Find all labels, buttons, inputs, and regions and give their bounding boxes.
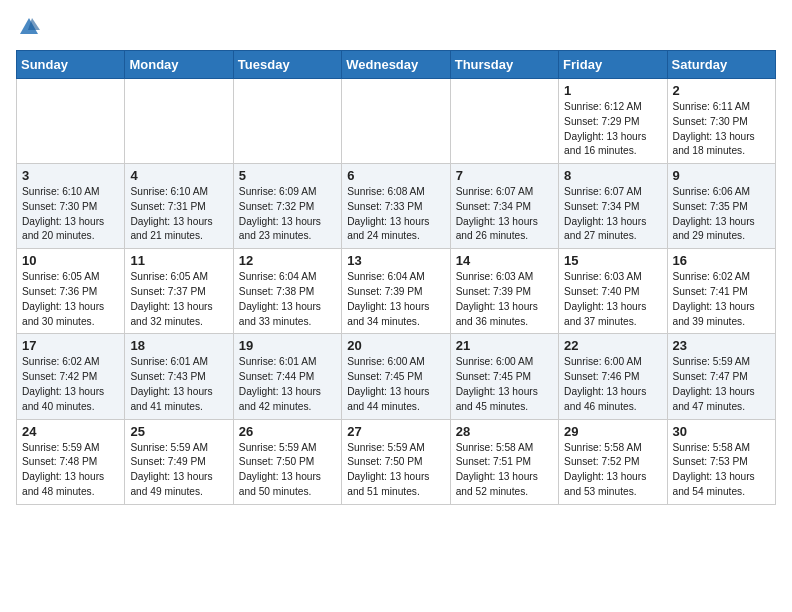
weekday-header-friday: Friday	[559, 51, 667, 79]
calendar-cell	[450, 79, 558, 164]
day-number: 18	[130, 338, 227, 353]
cell-info: Sunrise: 6:04 AM Sunset: 7:38 PM Dayligh…	[239, 270, 336, 329]
cell-info: Sunrise: 5:59 AM Sunset: 7:48 PM Dayligh…	[22, 441, 119, 500]
day-number: 11	[130, 253, 227, 268]
cell-info: Sunrise: 6:05 AM Sunset: 7:37 PM Dayligh…	[130, 270, 227, 329]
day-number: 28	[456, 424, 553, 439]
calendar-cell: 28Sunrise: 5:58 AM Sunset: 7:51 PM Dayli…	[450, 419, 558, 504]
cell-info: Sunrise: 6:04 AM Sunset: 7:39 PM Dayligh…	[347, 270, 444, 329]
calendar-cell: 11Sunrise: 6:05 AM Sunset: 7:37 PM Dayli…	[125, 249, 233, 334]
cell-info: Sunrise: 5:59 AM Sunset: 7:50 PM Dayligh…	[347, 441, 444, 500]
calendar-cell: 14Sunrise: 6:03 AM Sunset: 7:39 PM Dayli…	[450, 249, 558, 334]
cell-info: Sunrise: 6:03 AM Sunset: 7:40 PM Dayligh…	[564, 270, 661, 329]
day-number: 13	[347, 253, 444, 268]
day-number: 14	[456, 253, 553, 268]
weekday-header-monday: Monday	[125, 51, 233, 79]
cell-info: Sunrise: 6:10 AM Sunset: 7:31 PM Dayligh…	[130, 185, 227, 244]
day-number: 9	[673, 168, 770, 183]
week-row-4: 17Sunrise: 6:02 AM Sunset: 7:42 PM Dayli…	[17, 334, 776, 419]
cell-info: Sunrise: 6:06 AM Sunset: 7:35 PM Dayligh…	[673, 185, 770, 244]
calendar-cell: 8Sunrise: 6:07 AM Sunset: 7:34 PM Daylig…	[559, 164, 667, 249]
cell-info: Sunrise: 6:01 AM Sunset: 7:43 PM Dayligh…	[130, 355, 227, 414]
calendar-cell: 1Sunrise: 6:12 AM Sunset: 7:29 PM Daylig…	[559, 79, 667, 164]
week-row-3: 10Sunrise: 6:05 AM Sunset: 7:36 PM Dayli…	[17, 249, 776, 334]
day-number: 1	[564, 83, 661, 98]
calendar-cell: 21Sunrise: 6:00 AM Sunset: 7:45 PM Dayli…	[450, 334, 558, 419]
day-number: 25	[130, 424, 227, 439]
page: SundayMondayTuesdayWednesdayThursdayFrid…	[0, 0, 792, 515]
cell-info: Sunrise: 6:00 AM Sunset: 7:45 PM Dayligh…	[347, 355, 444, 414]
day-number: 7	[456, 168, 553, 183]
calendar-cell: 22Sunrise: 6:00 AM Sunset: 7:46 PM Dayli…	[559, 334, 667, 419]
cell-info: Sunrise: 6:02 AM Sunset: 7:42 PM Dayligh…	[22, 355, 119, 414]
calendar-cell: 18Sunrise: 6:01 AM Sunset: 7:43 PM Dayli…	[125, 334, 233, 419]
cell-info: Sunrise: 6:10 AM Sunset: 7:30 PM Dayligh…	[22, 185, 119, 244]
calendar-cell: 6Sunrise: 6:08 AM Sunset: 7:33 PM Daylig…	[342, 164, 450, 249]
calendar-cell: 30Sunrise: 5:58 AM Sunset: 7:53 PM Dayli…	[667, 419, 775, 504]
calendar-cell: 2Sunrise: 6:11 AM Sunset: 7:30 PM Daylig…	[667, 79, 775, 164]
calendar-cell: 5Sunrise: 6:09 AM Sunset: 7:32 PM Daylig…	[233, 164, 341, 249]
cell-info: Sunrise: 6:11 AM Sunset: 7:30 PM Dayligh…	[673, 100, 770, 159]
cell-info: Sunrise: 6:01 AM Sunset: 7:44 PM Dayligh…	[239, 355, 336, 414]
day-number: 4	[130, 168, 227, 183]
day-number: 24	[22, 424, 119, 439]
cell-info: Sunrise: 5:58 AM Sunset: 7:52 PM Dayligh…	[564, 441, 661, 500]
calendar-cell: 10Sunrise: 6:05 AM Sunset: 7:36 PM Dayli…	[17, 249, 125, 334]
weekday-header-sunday: Sunday	[17, 51, 125, 79]
day-number: 8	[564, 168, 661, 183]
day-number: 17	[22, 338, 119, 353]
calendar-cell	[17, 79, 125, 164]
weekday-header-thursday: Thursday	[450, 51, 558, 79]
calendar-cell: 13Sunrise: 6:04 AM Sunset: 7:39 PM Dayli…	[342, 249, 450, 334]
logo	[16, 16, 40, 38]
day-number: 26	[239, 424, 336, 439]
calendar-cell: 4Sunrise: 6:10 AM Sunset: 7:31 PM Daylig…	[125, 164, 233, 249]
calendar-cell: 17Sunrise: 6:02 AM Sunset: 7:42 PM Dayli…	[17, 334, 125, 419]
calendar-cell	[342, 79, 450, 164]
calendar-cell: 19Sunrise: 6:01 AM Sunset: 7:44 PM Dayli…	[233, 334, 341, 419]
calendar-cell: 29Sunrise: 5:58 AM Sunset: 7:52 PM Dayli…	[559, 419, 667, 504]
cell-info: Sunrise: 6:07 AM Sunset: 7:34 PM Dayligh…	[564, 185, 661, 244]
cell-info: Sunrise: 5:58 AM Sunset: 7:51 PM Dayligh…	[456, 441, 553, 500]
calendar-cell: 12Sunrise: 6:04 AM Sunset: 7:38 PM Dayli…	[233, 249, 341, 334]
cell-info: Sunrise: 5:58 AM Sunset: 7:53 PM Dayligh…	[673, 441, 770, 500]
cell-info: Sunrise: 6:08 AM Sunset: 7:33 PM Dayligh…	[347, 185, 444, 244]
calendar-cell: 24Sunrise: 5:59 AM Sunset: 7:48 PM Dayli…	[17, 419, 125, 504]
day-number: 20	[347, 338, 444, 353]
cell-info: Sunrise: 6:00 AM Sunset: 7:46 PM Dayligh…	[564, 355, 661, 414]
calendar: SundayMondayTuesdayWednesdayThursdayFrid…	[16, 50, 776, 505]
cell-info: Sunrise: 5:59 AM Sunset: 7:50 PM Dayligh…	[239, 441, 336, 500]
day-number: 16	[673, 253, 770, 268]
weekday-header-row: SundayMondayTuesdayWednesdayThursdayFrid…	[17, 51, 776, 79]
week-row-5: 24Sunrise: 5:59 AM Sunset: 7:48 PM Dayli…	[17, 419, 776, 504]
weekday-header-saturday: Saturday	[667, 51, 775, 79]
week-row-2: 3Sunrise: 6:10 AM Sunset: 7:30 PM Daylig…	[17, 164, 776, 249]
day-number: 12	[239, 253, 336, 268]
cell-info: Sunrise: 5:59 AM Sunset: 7:47 PM Dayligh…	[673, 355, 770, 414]
day-number: 22	[564, 338, 661, 353]
week-row-1: 1Sunrise: 6:12 AM Sunset: 7:29 PM Daylig…	[17, 79, 776, 164]
day-number: 30	[673, 424, 770, 439]
day-number: 6	[347, 168, 444, 183]
cell-info: Sunrise: 6:09 AM Sunset: 7:32 PM Dayligh…	[239, 185, 336, 244]
day-number: 21	[456, 338, 553, 353]
cell-info: Sunrise: 6:02 AM Sunset: 7:41 PM Dayligh…	[673, 270, 770, 329]
calendar-cell	[233, 79, 341, 164]
calendar-cell: 25Sunrise: 5:59 AM Sunset: 7:49 PM Dayli…	[125, 419, 233, 504]
cell-info: Sunrise: 6:07 AM Sunset: 7:34 PM Dayligh…	[456, 185, 553, 244]
calendar-cell: 15Sunrise: 6:03 AM Sunset: 7:40 PM Dayli…	[559, 249, 667, 334]
cell-info: Sunrise: 6:12 AM Sunset: 7:29 PM Dayligh…	[564, 100, 661, 159]
day-number: 23	[673, 338, 770, 353]
calendar-cell: 3Sunrise: 6:10 AM Sunset: 7:30 PM Daylig…	[17, 164, 125, 249]
calendar-cell: 20Sunrise: 6:00 AM Sunset: 7:45 PM Dayli…	[342, 334, 450, 419]
logo-icon	[18, 16, 40, 38]
calendar-cell: 27Sunrise: 5:59 AM Sunset: 7:50 PM Dayli…	[342, 419, 450, 504]
day-number: 29	[564, 424, 661, 439]
header	[16, 16, 776, 38]
calendar-cell: 16Sunrise: 6:02 AM Sunset: 7:41 PM Dayli…	[667, 249, 775, 334]
cell-info: Sunrise: 6:03 AM Sunset: 7:39 PM Dayligh…	[456, 270, 553, 329]
calendar-cell	[125, 79, 233, 164]
day-number: 19	[239, 338, 336, 353]
cell-info: Sunrise: 6:00 AM Sunset: 7:45 PM Dayligh…	[456, 355, 553, 414]
day-number: 2	[673, 83, 770, 98]
